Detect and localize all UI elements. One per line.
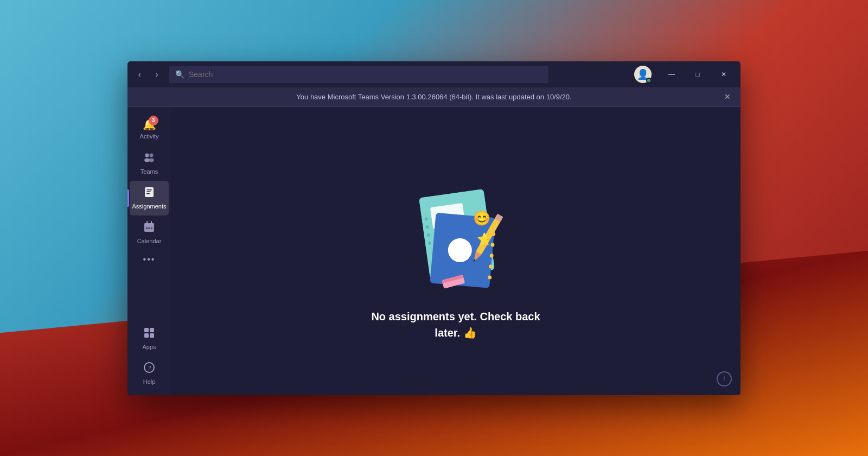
activity-badge: 3 bbox=[149, 116, 158, 125]
svg-rect-15 bbox=[144, 328, 149, 332]
notification-close-button[interactable]: ✕ bbox=[721, 90, 734, 103]
minimize-button[interactable]: — bbox=[659, 66, 684, 83]
sidebar-item-help[interactable]: ? Help bbox=[130, 356, 169, 391]
title-bar: ‹ › 🔍 👤 — □ ✕ bbox=[127, 61, 741, 87]
svg-rect-17 bbox=[144, 333, 149, 338]
activity-icon: 🔔 3 bbox=[143, 118, 156, 131]
avatar[interactable]: 👤 bbox=[634, 66, 652, 83]
status-indicator bbox=[646, 78, 652, 83]
search-input[interactable] bbox=[189, 70, 542, 79]
close-button[interactable]: ✕ bbox=[711, 66, 736, 83]
forward-button[interactable]: › bbox=[149, 67, 164, 82]
calendar-label: Calendar bbox=[137, 238, 162, 244]
sidebar-item-assignments[interactable]: Assignments bbox=[130, 181, 169, 216]
svg-rect-5 bbox=[146, 189, 152, 191]
sidebar: 🔔 3 Activity Teams bbox=[127, 107, 171, 395]
calendar-icon bbox=[143, 221, 155, 236]
sidebar-item-apps[interactable]: Apps bbox=[130, 321, 169, 356]
info-button[interactable]: i bbox=[717, 371, 732, 387]
search-bar[interactable]: 🔍 bbox=[169, 66, 548, 83]
assignments-label: Assignments bbox=[132, 203, 167, 210]
assignments-illustration: 😊 ⭐ bbox=[391, 161, 521, 291]
svg-point-1 bbox=[150, 154, 154, 157]
maximize-button[interactable]: □ bbox=[685, 66, 710, 83]
svg-rect-16 bbox=[150, 328, 154, 332]
svg-text:⭐: ⭐ bbox=[477, 232, 492, 246]
svg-rect-11 bbox=[151, 221, 152, 224]
svg-rect-9 bbox=[144, 223, 154, 226]
svg-rect-7 bbox=[146, 193, 150, 194]
content-area: 😊 ⭐ No assignments yet. Check back later… bbox=[171, 107, 741, 395]
sidebar-item-activity[interactable]: 🔔 3 Activity bbox=[130, 111, 169, 146]
back-button[interactable]: ‹ bbox=[132, 67, 147, 82]
nav-buttons: ‹ › bbox=[132, 67, 164, 82]
svg-rect-18 bbox=[150, 333, 154, 338]
teams-icon bbox=[143, 151, 155, 166]
svg-text:😊: 😊 bbox=[473, 210, 491, 227]
teams-label: Teams bbox=[141, 168, 158, 175]
svg-rect-12 bbox=[146, 227, 148, 229]
notification-banner: You have Microsoft Teams Version 1.3.00.… bbox=[127, 87, 741, 107]
sidebar-item-calendar[interactable]: Calendar bbox=[130, 216, 169, 250]
apps-icon bbox=[143, 327, 155, 341]
notification-text: You have Microsoft Teams Version 1.3.00.… bbox=[296, 93, 571, 101]
svg-point-0 bbox=[145, 154, 149, 157]
svg-rect-10 bbox=[146, 221, 148, 224]
empty-message: No assignments yet. Check back later. 👍 bbox=[371, 308, 540, 341]
empty-message-line2: later. 👍 bbox=[435, 327, 476, 339]
svg-rect-14 bbox=[151, 227, 152, 229]
window-controls: 👤 — □ ✕ bbox=[634, 66, 736, 83]
help-label: Help bbox=[143, 378, 156, 385]
svg-point-3 bbox=[149, 159, 154, 162]
svg-rect-6 bbox=[146, 192, 151, 193]
more-button[interactable]: ••• bbox=[143, 250, 156, 269]
sidebar-item-teams[interactable]: Teams bbox=[130, 146, 169, 181]
svg-text:?: ? bbox=[148, 364, 151, 372]
main-content: 🔔 3 Activity Teams bbox=[127, 107, 741, 395]
empty-message-line1: No assignments yet. Check back bbox=[371, 311, 540, 322]
assignments-icon bbox=[143, 186, 155, 201]
search-icon: 🔍 bbox=[175, 70, 184, 79]
activity-label: Activity bbox=[140, 133, 159, 140]
apps-label: Apps bbox=[142, 344, 156, 350]
app-window: ‹ › 🔍 👤 — □ ✕ You have Microsoft Teams V… bbox=[127, 61, 741, 395]
svg-rect-13 bbox=[149, 227, 150, 229]
help-icon: ? bbox=[143, 362, 155, 376]
